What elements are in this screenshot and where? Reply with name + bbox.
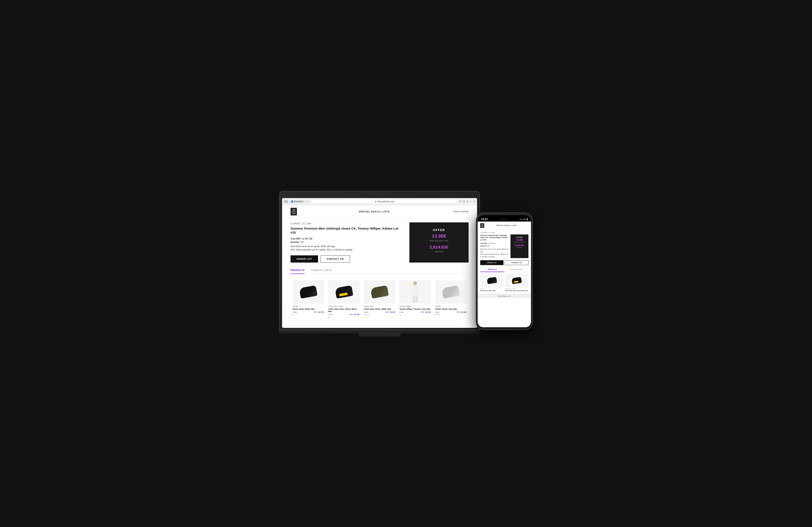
product-name-2: Calvin Klein Jeans, Shoes, Black, Men [328, 308, 360, 313]
info-button[interactable]: ⓘ [463, 200, 465, 203]
product-image-2 [328, 280, 360, 304]
mannequin-leg-right [416, 296, 418, 303]
products-grid: Diesel Diesel, Shoes, Black, Men 2 buc. … [282, 274, 477, 320]
back-button[interactable]: ‹ [306, 200, 307, 203]
svg-rect-0 [284, 201, 285, 203]
product-card-4: Tommy Hilfiger Tommy Hilfiger, Trousers,… [397, 278, 433, 320]
tab-summary[interactable]: SUMMARY (INFO) [311, 267, 332, 274]
product-rrp-2: 131.96€ [353, 313, 360, 316]
back-to-website-link[interactable]: ← back to website [451, 210, 468, 213]
phone-product-info: Summer Premium Men clothing& shoes CK, T… [480, 234, 509, 258]
phone-main-content: Lot MultiZT_10_12Apr Summer Premium Men … [478, 230, 531, 294]
url-text: lots.unfrosen.com [378, 201, 394, 203]
product-qty-rrp-4: 2 buc. RRP 119.96€ [400, 311, 431, 313]
product-rrp-3: 119.96€ [389, 311, 395, 313]
order-lot-button[interactable]: ORDER LOT [291, 255, 318, 263]
svg-rect-3 [286, 202, 287, 203]
url-bar[interactable]: 🔒 lots.unfrosen.com [311, 199, 458, 204]
phone-shoe-black [487, 277, 497, 284]
browser-controls [284, 200, 288, 203]
laptop-stand [359, 334, 401, 336]
downloads-button[interactable]: ⬇ [473, 201, 475, 203]
phone-tab-products[interactable]: PRODUCTS [480, 267, 504, 272]
phone-product-card-1: Diesel Diesel, Shoes, Black, Men [480, 274, 504, 292]
phone-lot-id: Lot MultiZT_10_12Apr [480, 232, 528, 233]
phone-notch [495, 217, 512, 221]
phone-product-title: Summer Premium Men clothing& shoes CK, T… [480, 234, 509, 241]
description-en: (EN) All the items are A+ grade, NEW, wi… [291, 245, 403, 248]
product-card-5: Adidas Adidas, Shoes, Grey, Men 1 buc. R… [433, 278, 468, 320]
mannequin-image [410, 281, 420, 303]
phone-url-bar: lots.unfrosen.com [478, 294, 531, 298]
phone-status-icons: ▪▪▪▪ wifi ▐ [520, 218, 527, 220]
product-qty-4: 2 buc. [400, 311, 404, 313]
product-brand-1: Diesel [293, 305, 324, 307]
forward-button[interactable]: › [308, 200, 309, 203]
product-image-4 [400, 280, 431, 304]
product-title: Summer Premium Men clothing& shoes CK, T… [291, 226, 403, 235]
contact-us-button[interactable]: CONTACT US [321, 255, 350, 263]
laptop-base [279, 330, 480, 334]
phone-contact-us-button[interactable]: CONTACT US [505, 260, 528, 265]
phone-tab-summary[interactable]: SUMMARY (INFO) [504, 267, 528, 272]
mannequin-leg-left [413, 296, 415, 303]
phone-site-logo: UN FRO SEN [480, 223, 484, 228]
product-card-1: Diesel Diesel, Shoes, Black, Men 2 buc. … [291, 278, 326, 320]
phone-status-bar: 13:23 ▪▪▪▪ wifi ▐ [478, 215, 531, 221]
product-image-1 [293, 280, 324, 304]
site-header: UN FRO SEN SPECIAL DEALS | LOTS ← back t… [282, 205, 477, 218]
phone-url-text: lots.unfrosen.com [497, 295, 511, 297]
product-sizes-3: 45 · 46 [364, 314, 395, 316]
product-rrp-1: 166.76€ [318, 311, 324, 313]
product-name-4: Tommy Hilfiger, Trousers, Grey, Men [400, 308, 431, 310]
phone-order-lot-button[interactable]: ORDER LOT [480, 260, 504, 265]
product-brand-3: Calvin Klein [364, 305, 395, 307]
product-brand-4: Tommy Hilfiger [400, 305, 431, 307]
product-name-5: Adidas, Shoes, Grey, Men [435, 308, 466, 310]
offer-label: OFFER [418, 228, 460, 232]
product-qty-rrp-2: 1 buc. RRP 131.96€ [328, 313, 360, 316]
reload-button[interactable]: ↻ [459, 200, 461, 203]
product-sizes-1: 45 [293, 314, 324, 316]
shoe-image-black-yellow [335, 285, 353, 298]
phone-product-image-2 [505, 274, 528, 288]
quantity-value: 187 [301, 241, 304, 243]
product-rrp-5: 119.96€ [460, 311, 466, 313]
browser-profile[interactable]: 👤 Personal ▾ [290, 200, 304, 203]
phone-offer-total-label: Total Price [513, 247, 526, 248]
wifi-icon: wifi [523, 218, 526, 220]
product-qty-1: 2 buc. [293, 311, 297, 313]
battery-icon: ▐ [526, 218, 527, 220]
offer-box: OFFER 13.98€ Price / pcs (excl. VAT) 2,6… [409, 222, 468, 263]
website-content: UN FRO SEN SPECIAL DEALS | LOTS ← back t… [282, 205, 477, 328]
phone-logo-3: SEN [481, 226, 483, 228]
tabs-bar: PRODUCTS SUMMARY (INFO) [291, 267, 468, 274]
phone-offer-label: OFFER [513, 236, 526, 238]
sidebar-toggle-button[interactable] [284, 200, 288, 203]
phone-body: 13:23 ▪▪▪▪ wifi ▐ UN FRO [476, 213, 533, 330]
phone-nav-title: SPECIAL DEALS | LOTS [484, 225, 528, 226]
signal-icon: ▪▪▪▪ [520, 218, 522, 220]
tab-products[interactable]: PRODUCTS [291, 267, 304, 274]
site-logo[interactable]: UN FRO SEN [291, 208, 297, 216]
offer-total: 2,614.63€ [418, 245, 460, 250]
product-image-3 [364, 280, 395, 304]
phone-product-meta: Total RRP: 11,767.72€ Quantity: 187 (EN)… [480, 242, 509, 258]
product-qty-rrp-1: 2 buc. RRP 166.76€ [293, 311, 324, 313]
phone-product-row: Summer Premium Men clothing& shoes CK, T… [480, 234, 528, 258]
phone-product-card-2: Calvin Klein Jeans Calvin Klein Jeans, S… [505, 274, 528, 292]
new-tab-button[interactable]: ＋ [469, 200, 472, 203]
phone-offer-price-label: Price / pcs (excl. VAT) [513, 241, 526, 243]
browser-chrome: 👤 Personal ▾ ‹ › 🔒 lots.unfrosen.com ↻ [282, 198, 477, 205]
product-image-5 [435, 280, 466, 304]
phone-product-name-1: Diesel, Shoes, Black, Men [480, 290, 504, 292]
browser-actions: ↻ ⓘ ⬆ ＋ ⬇ [459, 200, 475, 203]
product-sizes-2: 44 [328, 316, 360, 318]
profile-label: Personal [294, 201, 302, 203]
bookmark-button[interactable]: ⬆ [466, 201, 468, 203]
svg-rect-1 [286, 201, 287, 201]
product-qty-2: 1 buc. [328, 313, 333, 316]
laptop-camera [379, 194, 380, 196]
browser-nav: ‹ › [306, 200, 310, 203]
laptop-screen: 👤 Personal ▾ ‹ › 🔒 lots.unfrosen.com ↻ [282, 198, 477, 328]
